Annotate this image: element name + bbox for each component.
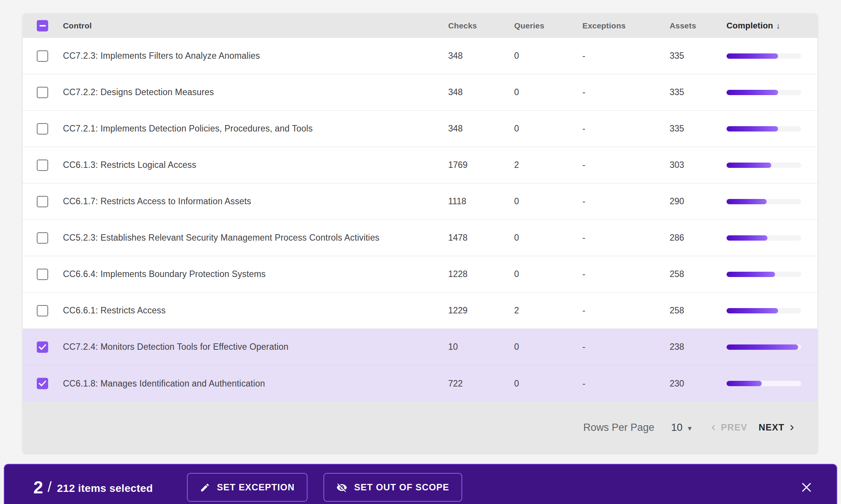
- queries-value: 0: [514, 87, 582, 97]
- checks-value: 1118: [448, 196, 514, 207]
- row-checkbox[interactable]: [36, 232, 49, 244]
- select-all-checkbox[interactable]: [36, 20, 49, 32]
- table-header-row: Control Checks Queries Exceptions Assets…: [23, 14, 817, 38]
- exceptions-value: -: [582, 124, 670, 134]
- next-button[interactable]: NEXT: [759, 422, 785, 433]
- checkbox-icon: [37, 232, 48, 244]
- row-checkbox[interactable]: [36, 377, 49, 390]
- row-checkbox[interactable]: [36, 268, 49, 280]
- table-row[interactable]: CC6.1.3: Restricts Logical Access 1769 2…: [23, 147, 817, 183]
- set-out-of-scope-button[interactable]: SET OUT OF SCOPE: [323, 473, 462, 502]
- control-name: CC6.1.3: Restricts Logical Access: [61, 160, 448, 170]
- control-name: CC7.2.4: Monitors Detection Tools for Ef…: [61, 342, 448, 352]
- checkbox-icon: [37, 123, 48, 135]
- exceptions-value: -: [582, 51, 670, 61]
- completion-bar-fill: [726, 199, 767, 204]
- table-row[interactable]: CC6.1.8: Manages Identification and Auth…: [23, 365, 817, 402]
- control-name: CC7.2.1: Implements Detection Policies, …: [61, 124, 448, 134]
- rows-per-page-label: Rows Per Page: [583, 422, 654, 434]
- table-row[interactable]: CC6.1.7: Restricts Access to Information…: [23, 183, 817, 220]
- exceptions-value: -: [582, 379, 670, 389]
- checkbox-icon: [37, 305, 48, 316]
- queries-value: 0: [514, 196, 582, 207]
- row-checkbox[interactable]: [36, 196, 49, 208]
- table-row[interactable]: CC7.2.4: Monitors Detection Tools for Ef…: [23, 329, 817, 365]
- queries-value: 2: [514, 305, 582, 316]
- table-row[interactable]: CC7.2.1: Implements Detection Policies, …: [23, 111, 817, 147]
- column-header-checks[interactable]: Checks: [448, 21, 514, 30]
- completion-bar-fill: [726, 272, 775, 277]
- rows-per-page-select[interactable]: 10 ▾: [671, 422, 692, 434]
- prev-button[interactable]: PREV: [721, 422, 747, 433]
- checkbox-icon: [37, 87, 48, 98]
- control-name: CC6.1.7: Restricts Access to Information…: [61, 196, 448, 207]
- checks-value: 348: [448, 51, 514, 61]
- queries-value: 0: [514, 233, 582, 243]
- completion-bar: [726, 53, 801, 59]
- selected-count: 2: [33, 477, 43, 498]
- completion-bar: [726, 126, 801, 131]
- queries-value: 0: [514, 124, 582, 134]
- row-checkbox[interactable]: [36, 50, 49, 62]
- completion-bar-fill: [726, 235, 767, 241]
- checks-value: 1229: [448, 305, 514, 316]
- close-icon[interactable]: [799, 479, 814, 495]
- table-row[interactable]: CC7.2.2: Designs Detection Measures 348 …: [23, 74, 817, 111]
- queries-value: 0: [514, 379, 582, 389]
- table-row[interactable]: CC7.2.3: Implements Filters to Analyze A…: [23, 38, 817, 74]
- table-row[interactable]: CC6.6.1: Restricts Access 1229 2 - 258: [23, 293, 817, 329]
- control-name: CC6.6.4: Implements Boundary Protection …: [61, 269, 448, 279]
- sort-descending-icon: ↓: [776, 21, 780, 31]
- set-exception-button[interactable]: SET EXCEPTION: [187, 473, 308, 502]
- checkbox-icon: [37, 378, 48, 389]
- column-header-completion[interactable]: Completion ↓: [726, 21, 801, 31]
- completion-bar: [726, 199, 801, 204]
- completion-bar: [726, 235, 801, 241]
- completion-bar: [726, 90, 801, 95]
- assets-value: 286: [670, 233, 726, 243]
- control-name: CC5.2.3: Establishes Relevant Security M…: [61, 233, 448, 243]
- pencil-icon: [200, 482, 210, 493]
- exceptions-value: -: [582, 160, 670, 170]
- indeterminate-checkbox-icon: [37, 20, 48, 31]
- queries-value: 0: [514, 51, 582, 61]
- completion-bar: [726, 272, 801, 277]
- control-name: CC6.6.1: Restricts Access: [61, 305, 448, 316]
- row-checkbox[interactable]: [36, 159, 49, 171]
- row-checkbox[interactable]: [36, 305, 49, 317]
- column-header-queries[interactable]: Queries: [514, 21, 582, 30]
- next-chevron-icon[interactable]: ›: [790, 420, 794, 435]
- assets-value: 258: [670, 269, 726, 279]
- table-row[interactable]: CC5.2.3: Establishes Relevant Security M…: [23, 220, 817, 256]
- exceptions-value: -: [582, 305, 670, 316]
- checkbox-icon: [37, 50, 48, 62]
- column-header-assets[interactable]: Assets: [670, 21, 726, 30]
- assets-value: 290: [670, 196, 726, 207]
- column-header-control[interactable]: Control: [61, 21, 448, 30]
- column-header-exceptions[interactable]: Exceptions: [582, 21, 670, 30]
- checkbox-icon: [37, 269, 48, 280]
- selection-summary: 2 / 212 items selected: [33, 477, 153, 498]
- items-selected-label: 212 items selected: [57, 482, 153, 495]
- assets-value: 335: [670, 87, 726, 97]
- table-footer: Rows Per Page 10 ▾ ‹ PREV NEXT ›: [23, 402, 817, 453]
- eye-off-icon: [336, 482, 347, 493]
- completion-bar-fill: [726, 344, 798, 350]
- checkbox-icon: [37, 196, 48, 207]
- exceptions-value: -: [582, 342, 670, 352]
- table-row[interactable]: CC6.6.4: Implements Boundary Protection …: [23, 256, 817, 293]
- completion-bar-fill: [726, 163, 771, 168]
- checkbox-icon: [37, 160, 48, 171]
- selection-bar: 2 / 212 items selected SET EXCEPTION SET…: [4, 464, 837, 504]
- control-name: CC6.1.8: Manages Identification and Auth…: [61, 379, 448, 389]
- completion-bar: [726, 163, 801, 168]
- count-separator: /: [48, 479, 52, 495]
- exceptions-value: -: [582, 196, 670, 207]
- prev-chevron-icon[interactable]: ‹: [711, 420, 715, 435]
- queries-value: 0: [514, 269, 582, 279]
- checks-value: 722: [448, 379, 514, 389]
- row-checkbox[interactable]: [36, 341, 49, 353]
- checks-value: 1228: [448, 269, 514, 279]
- row-checkbox[interactable]: [36, 123, 49, 135]
- row-checkbox[interactable]: [36, 86, 49, 99]
